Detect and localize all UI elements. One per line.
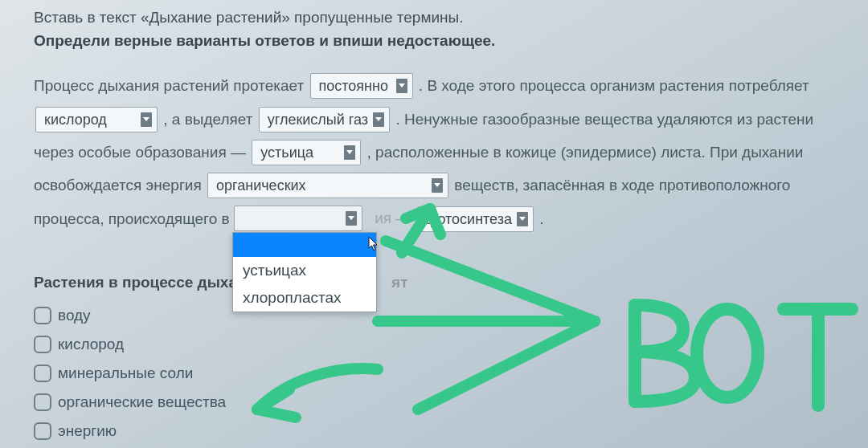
text-frag: Процесс дыхания растений протекает: [34, 77, 309, 94]
chevron-down-icon: [346, 211, 357, 226]
select-6-open: устьицах хлоропластах: [232, 206, 364, 231]
checkbox-question: Растения в процессе дыхан ят: [34, 274, 868, 291]
select-7-value: фотосинтеза: [426, 211, 512, 227]
checkbox-icon[interactable]: [34, 336, 51, 353]
text-frag: . Ненужные газообразные вещества удаляют…: [395, 110, 813, 127]
check-label: энергию: [58, 422, 117, 440]
check-label: минеральные соли: [58, 365, 193, 382]
checkbox-list: воду кислород минеральные соли органичес…: [34, 301, 868, 446]
select-2-value: кислород: [44, 112, 107, 128]
chevron-down-icon: [344, 145, 355, 160]
text-frag: освобождается энергия: [34, 177, 206, 193]
chevron-down-icon: [141, 112, 152, 127]
chevron-down-icon: [373, 112, 384, 127]
text-frag: . В ходе этого процесса организм растени…: [419, 77, 809, 94]
check-row-2[interactable]: минеральные соли: [34, 359, 868, 388]
checkbox-icon[interactable]: [34, 393, 51, 411]
select-3-value: углекислый газ: [268, 112, 368, 128]
select-6[interactable]: [234, 206, 362, 231]
check-label: кислород: [58, 336, 124, 353]
intro-line-2: Определи верные варианты ответов и впиши…: [34, 31, 868, 52]
select-4[interactable]: устьица: [252, 140, 361, 165]
select-6-option-blank[interactable]: [233, 233, 376, 257]
check-row-1[interactable]: кислород: [34, 330, 868, 359]
check-row-3[interactable]: органические вещества: [34, 388, 868, 417]
check-row-0[interactable]: воду: [34, 301, 868, 330]
text-frag: , расположенные в кожице (эпидермисе) ли…: [367, 144, 804, 161]
intro-line-1: Вставь в текст «Дыхание растений» пропущ…: [34, 6, 868, 29]
text-frag: веществ, запасённая в ходе противоположн…: [454, 177, 790, 193]
select-7[interactable]: фотосинтеза: [417, 206, 534, 232]
select-5[interactable]: органических: [207, 173, 448, 198]
fill-text: Процесс дыхания растений протекает посто…: [34, 69, 868, 235]
select-3[interactable]: углекислый газ: [259, 107, 390, 132]
text-frag: .: [539, 210, 543, 226]
check-label: органические вещества: [58, 393, 226, 411]
text-frag-obscured: ия —: [375, 210, 415, 226]
checkbox-icon[interactable]: [34, 365, 51, 382]
select-6-option-2[interactable]: хлоропластах: [233, 284, 376, 312]
select-6-listbox: устьицах хлоропластах: [232, 232, 377, 312]
check-row-4[interactable]: энергию: [34, 417, 868, 446]
checkbox-icon[interactable]: [34, 422, 51, 440]
select-1-value: постоянно: [319, 78, 388, 94]
chevron-down-icon: [432, 178, 443, 193]
select-6-option-1[interactable]: устьицах: [233, 257, 376, 284]
text-frag: процесса, происходящего в: [34, 210, 234, 226]
select-2[interactable]: кислород: [35, 107, 158, 132]
text-frag: через особые образования —: [34, 144, 250, 161]
chevron-down-icon: [517, 212, 528, 226]
select-4-value: устьица: [260, 145, 313, 161]
checkbox-icon[interactable]: [34, 307, 51, 324]
select-5-value: органических: [216, 177, 306, 193]
text-frag: , а выделяет: [163, 110, 256, 127]
chevron-down-icon: [396, 79, 407, 93]
select-1[interactable]: постоянно: [310, 73, 413, 99]
check-label: воду: [58, 307, 91, 324]
